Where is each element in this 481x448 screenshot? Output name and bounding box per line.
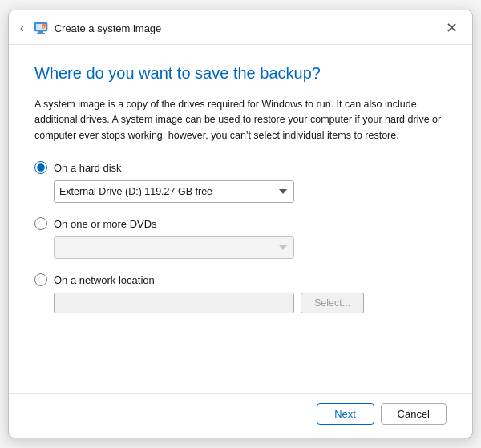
svg-text:↻: ↻ (42, 25, 46, 30)
title-bar: ‹ ↻ Create a system image ✕ (9, 10, 472, 45)
page-description: A system image is a copy of the drives r… (34, 97, 447, 143)
network-input[interactable] (54, 293, 294, 313)
footer: Next Cancel (9, 393, 472, 438)
dvd-radio[interactable] (34, 217, 47, 230)
window-title: Create a system image (55, 22, 162, 34)
next-button[interactable]: Next (317, 403, 374, 425)
hard-disk-label[interactable]: On a hard disk (34, 161, 447, 174)
hard-disk-dropdown-row: External Drive (D:) 119.27 GB free (54, 180, 447, 203)
cancel-button[interactable]: Cancel (381, 403, 447, 425)
network-label[interactable]: On a network location (34, 273, 447, 286)
network-text: On a network location (54, 274, 155, 286)
hard-disk-text: On a hard disk (54, 162, 122, 174)
hard-disk-dropdown[interactable]: External Drive (D:) 119.27 GB free (54, 180, 294, 203)
close-button[interactable]: ✕ (440, 17, 463, 39)
network-input-row: Select... (54, 293, 447, 313)
select-button[interactable]: Select... (301, 293, 364, 313)
hard-disk-radio[interactable] (34, 161, 47, 174)
dvd-label[interactable]: On one or more DVDs (34, 217, 447, 230)
network-option: On a network location Select... (34, 273, 447, 313)
dvd-text: On one or more DVDs (54, 218, 157, 230)
title-bar-left: ‹ ↻ Create a system image (17, 20, 161, 36)
dvd-dropdown[interactable] (54, 236, 294, 259)
main-window: ‹ ↻ Create a system image ✕ Where do you… (8, 10, 473, 438)
page-heading: Where do you want to save the backup? (34, 64, 447, 83)
svg-rect-3 (37, 33, 45, 34)
svg-rect-2 (38, 31, 43, 33)
dvd-option: On one or more DVDs (34, 217, 447, 259)
dvd-dropdown-row (54, 236, 447, 259)
content-area: Where do you want to save the backup? A … (9, 45, 472, 393)
network-radio[interactable] (34, 273, 47, 286)
hard-disk-option: On a hard disk External Drive (D:) 119.2… (34, 161, 447, 203)
back-button[interactable]: ‹ (17, 20, 27, 36)
window-icon: ↻ (34, 21, 48, 35)
